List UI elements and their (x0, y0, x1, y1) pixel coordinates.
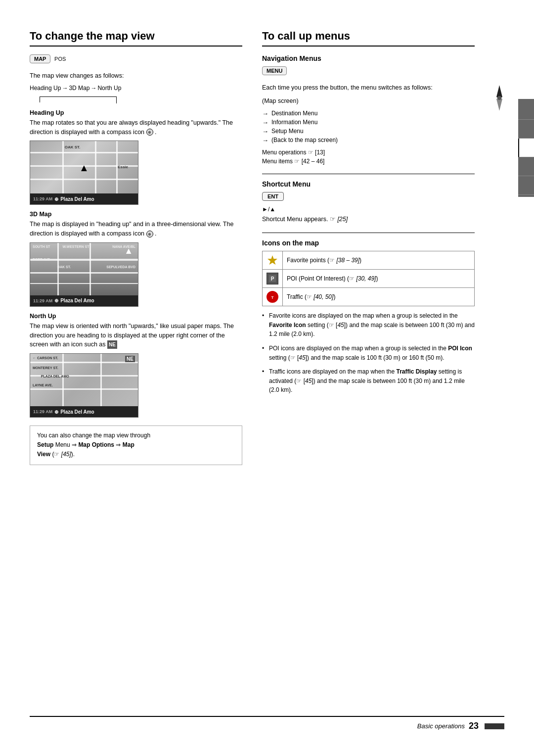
setup-bold3: Map (123, 441, 134, 448)
side-tab-4 (518, 157, 534, 176)
nav-item-setup: → Setup Menu (262, 128, 475, 135)
north-streets: ← CARSON ST. MONTEREY ST. PLAZA DEL AMO … (30, 354, 138, 407)
star-icon-wrapper (267, 254, 278, 266)
poi-icon: P (267, 273, 278, 284)
ne-icon: NE (107, 340, 117, 349)
nav-menu-items: → Destination Menu → Information Menu → … (262, 110, 475, 144)
shortcut-desc: Shortcut Menu appears. ☞ [25] (262, 215, 475, 224)
icon-traffic-cell: T (263, 288, 283, 306)
heading-compass-icon: ⊕ (54, 196, 58, 202)
3d-label-oak: OAK ST. (57, 265, 71, 269)
arrow-4: → (262, 137, 268, 144)
traffic-icon: T (267, 291, 278, 303)
nav-information-label: Information Menu (271, 119, 317, 126)
page-number: 23 (469, 721, 479, 731)
icons-row-3: T Traffic (☞ [40, 50]) (263, 288, 475, 306)
bracket-top (40, 96, 116, 102)
icon-poi-cell: P (263, 270, 283, 288)
ent-button: ENT (262, 192, 284, 201)
left-section-title: To change the map view (30, 30, 242, 47)
left-column: To change the map view MAP POS The map v… (30, 30, 242, 465)
footer-right: Basic operations 23 (417, 721, 504, 731)
icon-star-cell (263, 251, 283, 270)
map-label-essex: Essie (118, 165, 128, 169)
3d-map-container: SOUTH ST W.WESTERN ST NANA AVE/BL PORT A… (30, 242, 138, 307)
menu-button-area: MENU (262, 66, 475, 79)
seq-item-1: Heading Up (30, 85, 61, 92)
section-divider-2 (262, 233, 475, 233)
nav-map-screen: (Map screen) (262, 96, 475, 106)
nav-item-destination: → Destination Menu (262, 110, 475, 117)
shortcut-title: Shortcut Menu (262, 180, 475, 188)
3d-compass-bar: ⊕ (54, 298, 58, 303)
compass-icon-2: ⊕ (146, 231, 153, 237)
bullet-3: Traffic icons are displayed on the map w… (262, 367, 475, 395)
map-sequence: Heading Up → 3D Map → North Up (30, 85, 242, 92)
setup-arrow2: ⇒ (116, 441, 122, 448)
north-v1 (62, 354, 64, 407)
setup-arrow1: Menu ⇒ (55, 441, 79, 448)
3d-map-title: Plaza Del Amo (60, 298, 94, 303)
north-compass-bar: ⊕ (54, 409, 58, 415)
footer-bar (485, 723, 504, 729)
icon-star-text: Favorite points (☞ [38 – 39]) (283, 251, 475, 270)
seq-arrow-2: → (90, 85, 96, 92)
setup-bold1: Setup (37, 441, 53, 448)
svg-text:T: T (271, 295, 274, 300)
arrow-1: → (262, 110, 268, 117)
heading-up-desc: The map rotates so that you are always d… (30, 118, 242, 137)
3d-map-bg: SOUTH ST W.WESTERN ST NANA AVE/BL PORT A… (30, 243, 138, 296)
3d-streets: SOUTH ST W.WESTERN ST NANA AVE/BL PORT A… (30, 243, 138, 296)
3d-street-h2 (30, 272, 138, 274)
nav-back-label: (Back to the map screen) (271, 137, 338, 143)
side-tab-1 (518, 101, 534, 120)
north-v2 (100, 354, 102, 407)
svg-marker-3 (267, 255, 277, 265)
icons-row-1: Favorite points (☞ [38 – 39]) (263, 251, 475, 270)
nav-menus-title: Navigation Menus (262, 54, 475, 62)
streets-overlay: OAK ST. Essie ▲ (30, 141, 138, 194)
north-up-desc: The map view is oriented with north "upw… (30, 322, 242, 349)
icons-title: Icons on the map (262, 239, 475, 247)
nav-item-back: → (Back to the map screen) (262, 137, 475, 144)
heading-up-map: OAK ST. Essie ▲ 11:29 AM ⊕ Plaza Del Amo (30, 141, 138, 205)
setup-prefix: You can also change the map view through (37, 432, 150, 439)
icon-poi-text: POI (Point Of Interest) (☞ [30, 49]) (283, 270, 475, 288)
side-tab-2 (518, 120, 534, 139)
map-intro-text: The map view changes as follows: (30, 71, 242, 81)
street-v2 (95, 141, 96, 194)
map-label-oak: OAK ST. (65, 145, 81, 149)
street-h1 (30, 152, 138, 153)
north-h1 (30, 362, 138, 363)
svg-text:P: P (271, 276, 274, 282)
traffic-icon-svg: T (268, 293, 276, 301)
nav-item-information: → Information Menu (262, 119, 475, 126)
footer-text: Basic operations (417, 722, 465, 730)
setup-ref: (☞ [45]). (52, 451, 75, 458)
poi-icon-svg: P (268, 275, 276, 283)
heading-time: 11:29 AM (33, 196, 52, 201)
bullet-1: Favorite icons are displayed on the map … (262, 311, 475, 339)
side-tab-3 (518, 139, 534, 157)
nav-ref2: Menu items ☞ [42 – 46] (262, 158, 475, 165)
bold-traffic-display: Traffic Display (396, 368, 437, 375)
north-h3 (30, 388, 138, 390)
north-map-container: ← CARSON ST. MONTEREY ST. PLAZA DEL AMO … (30, 353, 138, 418)
3d-label-sepulveda: SEPULVEDA BVD (106, 265, 135, 269)
north-monterey: MONTEREY ST. (33, 366, 58, 370)
arrow-2: → (262, 119, 268, 126)
shortcut-ref: ☞ [25] (330, 216, 348, 223)
map-button-area: MAP POS (30, 54, 242, 67)
two-column-layout: To change the map view MAP POS The map v… (30, 30, 504, 465)
nav-intro: Each time you press the button, the menu… (262, 83, 475, 93)
side-tab-5 (518, 176, 534, 195)
3d-street-v2 (89, 243, 91, 296)
heading-map-title: Plaza Del Amo (60, 196, 94, 202)
3d-compass-arrow: ▲ (124, 246, 133, 256)
icons-table: Favorite points (☞ [38 – 39]) P POI (Po (262, 251, 475, 306)
north-carson: ← CARSON ST. (33, 356, 58, 360)
icons-row-2: P POI (Point Of Interest) (☞ [30, 49]) (263, 270, 475, 288)
right-section-title: To call up menus (262, 30, 475, 47)
compass-graphic (485, 83, 514, 113)
3d-street-h3 (30, 283, 138, 284)
